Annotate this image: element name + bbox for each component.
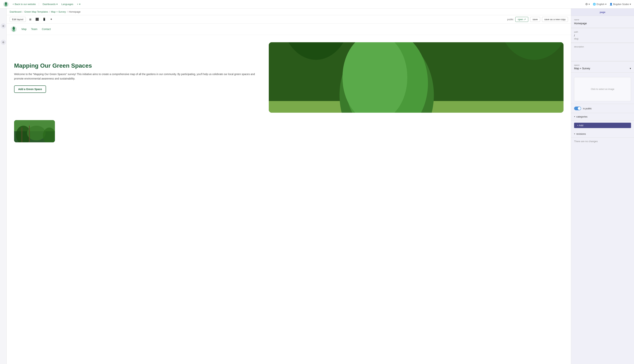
bottom-section: [7, 120, 571, 146]
left-settings-icon-1[interactable]: ⚙: [1, 23, 6, 28]
top-nav-right: ⚙ ▾ 🌐 English ▾ 👤 Bogdan Szabo ▾: [585, 2, 631, 6]
description-field-section: description: [571, 43, 634, 61]
is-public-label: is public: [583, 107, 592, 110]
user-menu[interactable]: 👤 Bogdan Szabo ▾: [609, 3, 631, 6]
page-status: public: [507, 18, 513, 21]
breadcrumb-sep-3: /: [67, 10, 68, 13]
breadcrumb-green-map[interactable]: Green Map Templates: [24, 10, 48, 13]
site-logo: [11, 26, 17, 32]
add-button[interactable]: + ▾: [77, 3, 81, 6]
desktop-view-icon[interactable]: 🖥: [28, 17, 33, 22]
slug-label: slug:: [574, 38, 631, 40]
tablet-view-icon[interactable]: ⬛: [35, 17, 40, 22]
revisions-section[interactable]: ▾ revisions: [571, 130, 634, 138]
space-selector[interactable]: Map + Survey ▾: [574, 67, 631, 70]
categories-section[interactable]: ▾ categories: [571, 113, 634, 120]
description-textarea[interactable]: [574, 48, 631, 58]
hero-section: Mapping Our Green Spaces Welcome to the …: [7, 35, 571, 120]
image-select-box[interactable]: Click to select an image: [574, 77, 631, 101]
path-input[interactable]: [574, 34, 631, 38]
edit-layout-button[interactable]: Edit layout: [10, 17, 26, 22]
hero-title: Mapping Our Green Spaces: [14, 62, 261, 69]
chevron-down-icon: ▾: [79, 3, 81, 6]
main-layout: ⚙ ⚙ Dashboard / Green Map Templates / Ma…: [0, 8, 634, 364]
space-field-section: space Map + Survey ▾: [571, 61, 634, 73]
back-to-website-link[interactable]: < Back to our website: [13, 3, 39, 6]
chevron-down-icon: ▾: [605, 3, 606, 6]
categories-label: categories: [576, 115, 587, 118]
toolbar: Edit layout 🖥 ⬛ 📱 ✦ public open ↗ save s…: [7, 15, 571, 24]
chevron-down-icon: ▾: [574, 133, 575, 135]
magic-icon[interactable]: ✦: [49, 17, 54, 22]
left-sidebar: ⚙ ⚙: [0, 8, 7, 364]
open-button[interactable]: open ↗: [515, 17, 528, 22]
breadcrumb-dashboard[interactable]: Dashboard: [10, 10, 22, 13]
app-logo: [3, 1, 9, 7]
left-settings-icon-2[interactable]: ⚙: [1, 40, 6, 45]
svg-point-23: [27, 126, 46, 140]
right-panel-title: page: [571, 8, 634, 16]
bottom-image: [14, 120, 55, 142]
cta-button[interactable]: Add a Green Space: [14, 86, 46, 93]
path-label: Path: [574, 31, 631, 33]
path-field-section: Path slug:: [571, 28, 634, 43]
add-category-button[interactable]: + Add: [574, 123, 631, 128]
gear-icon: ⚙: [585, 2, 588, 6]
site-navigation: Map Team Contact: [7, 24, 571, 35]
breadcrumb-map-survey[interactable]: Map + Survey: [51, 10, 66, 13]
name-input[interactable]: [574, 22, 631, 25]
no-changes-text: There are no changes: [571, 138, 634, 145]
space-value: Map + Survey: [574, 67, 590, 70]
image-field-section: Click to select an image: [571, 73, 634, 104]
is-public-toggle-row: is public: [571, 104, 634, 113]
chevron-down-icon: ▾: [630, 3, 631, 6]
hero-image: [269, 42, 563, 113]
top-navigation: < Back to our website Dashboards ▾ Langu…: [0, 0, 634, 8]
language-selector[interactable]: 🌐 English ▾: [593, 3, 606, 6]
breadcrumb-sep-1: /: [23, 10, 23, 13]
hero-description: Welcome to the "Mapping Our Green Spaces…: [14, 72, 261, 81]
is-public-toggle[interactable]: [574, 106, 581, 110]
external-link-icon: ↗: [524, 18, 526, 21]
image-select-text: Click to select an image: [591, 88, 614, 90]
space-label: space: [574, 64, 631, 66]
svg-rect-26: [29, 126, 30, 142]
site-nav-team[interactable]: Team: [31, 28, 37, 30]
center-content: Dashboard / Green Map Templates / Map + …: [7, 8, 571, 364]
save-button[interactable]: save: [530, 17, 540, 22]
breadcrumb-current: Homepage: [69, 10, 81, 13]
right-panel: page name Path slug: description space M…: [571, 8, 634, 364]
chevron-down-icon: ▾: [588, 3, 590, 6]
breadcrumb-sep-2: /: [49, 10, 50, 13]
dashboards-menu[interactable]: Dashboards ▾: [43, 3, 58, 6]
description-label: description: [574, 46, 631, 48]
hero-text: Mapping Our Green Spaces Welcome to the …: [14, 62, 261, 93]
chevron-down-icon: ▾: [630, 67, 631, 70]
site-nav-contact[interactable]: Contact: [42, 28, 51, 30]
language-icon: 🌐: [593, 3, 596, 6]
name-field-section: name: [571, 16, 634, 28]
settings-gear[interactable]: ⚙ ▾: [585, 2, 590, 6]
name-label: name: [574, 18, 631, 21]
page-preview: Map Team Contact Mapping Our Green Space…: [7, 24, 571, 364]
preview-inner: Map Team Contact Mapping Our Green Space…: [7, 24, 571, 364]
svg-point-10: [343, 42, 407, 113]
svg-rect-25: [22, 128, 22, 142]
save-copy-button[interactable]: save as a new copy: [542, 17, 568, 22]
revisions-label: revisions: [576, 132, 586, 135]
site-nav-map[interactable]: Map: [22, 28, 27, 30]
chevron-down-icon: ▾: [56, 3, 58, 6]
mobile-view-icon[interactable]: 📱: [42, 17, 47, 22]
chevron-down-icon: ▾: [574, 116, 575, 118]
user-icon: 👤: [609, 3, 612, 6]
languages-menu[interactable]: Languages: [61, 3, 73, 6]
garden-photo: [269, 42, 563, 113]
breadcrumb: Dashboard / Green Map Templates / Map + …: [7, 8, 571, 15]
